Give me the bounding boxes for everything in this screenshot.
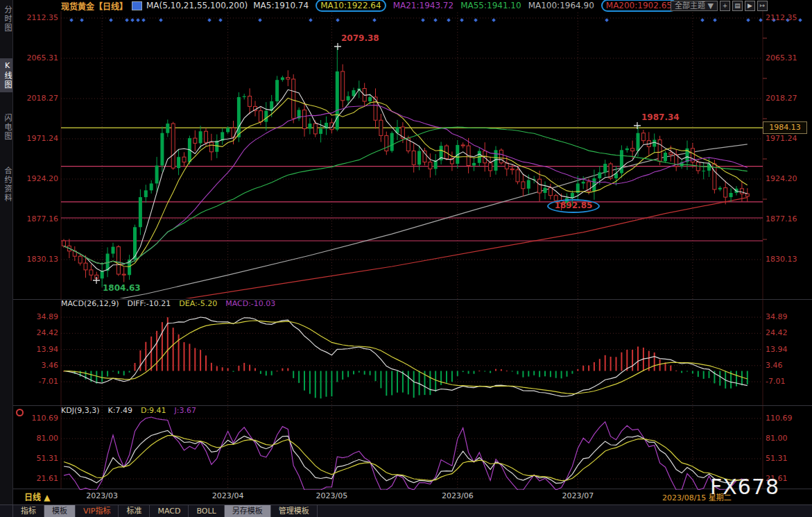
- main-axis-label-left: 1877.16: [15, 214, 58, 223]
- ma-value: MA55:1941.10: [460, 1, 521, 10]
- panel-layout-icon[interactable]: ▤: [732, 1, 743, 11]
- tab-BOLL[interactable]: BOLL: [189, 505, 224, 517]
- tab-VIP指标[interactable]: VIP指标: [76, 505, 119, 517]
- macd-axis-label-left: 24.42: [15, 328, 58, 337]
- time-axis-label: 2023/05: [316, 491, 348, 500]
- tab-模板[interactable]: 模板: [44, 505, 76, 517]
- macd-title: MACD(26,12,9): [61, 299, 119, 308]
- main-axis-label-right: 1971.24: [766, 134, 797, 143]
- price-annotation: 1804.63: [103, 283, 141, 293]
- ma-value: MA10:1922.64: [316, 0, 386, 12]
- exit-icon[interactable]: ↦: [757, 1, 768, 11]
- macd-axis-label-right: 34.89: [766, 312, 788, 321]
- kdj-panel-header: KDJ(9,3,3) K:7.49D:9.41J:3.67: [61, 406, 196, 415]
- main-axis-label-left: 2018.27: [15, 94, 58, 103]
- time-axis-label: 2023/03: [86, 491, 118, 500]
- trading-app: 分时图K线图闪电图合约资料 现货黄金【日线】 MA(5,10,21,55,100…: [0, 0, 812, 517]
- macd-axis-label-left: 34.89: [15, 312, 58, 321]
- main-axis-label-right: 2018.27: [766, 94, 797, 103]
- chart-header: 现货黄金【日线】 MA(5,10,21,55,100,200) MA5:1910…: [12, 0, 812, 11]
- price-alert-tag: 1984.13: [763, 121, 807, 134]
- kdj-axis-label-right: 81.00: [766, 434, 788, 443]
- indicator-value: DEA:-5.20: [179, 299, 217, 308]
- indicator-value: D:9.41: [141, 406, 166, 415]
- indicator-value: K:7.49: [108, 406, 132, 415]
- macd-axis-label-left: 3.46: [15, 361, 58, 370]
- interval-selector[interactable]: 日线 ▲: [24, 491, 50, 502]
- theme-dropdown[interactable]: 全部主题 ▼: [671, 1, 718, 11]
- ma-value: MA5:1910.74: [253, 1, 309, 10]
- ma-value: MA200:1902.65: [601, 0, 677, 12]
- indicator-value: J:3.67: [175, 406, 196, 415]
- price-annotation: 1987.34: [641, 112, 680, 122]
- indicator-value: DIFF:-10.21: [128, 299, 171, 308]
- main-axis-label-left: 2112.35: [15, 13, 58, 22]
- main-axis-label-left: 1830.13: [15, 255, 58, 264]
- chart-type-sidebar: 分时图K线图闪电图合约资料: [0, 0, 13, 517]
- indicator-value: MACD:-10.03: [225, 299, 275, 308]
- main-axis-label-right: 1830.13: [766, 255, 797, 264]
- time-axis-label: 2023/07: [562, 491, 594, 500]
- tab-指标[interactable]: 指标: [12, 505, 44, 517]
- macd-axis-label-left: 13.94: [15, 345, 58, 354]
- fx678-watermark: FX678: [710, 475, 779, 499]
- kdj-axis-label-right: 51.31: [766, 454, 788, 463]
- kdj-axis-label-left: 21.61: [15, 474, 58, 483]
- tool-icons: +▤▶↦: [720, 1, 768, 11]
- macd-axis-label-left: -7.01: [15, 377, 58, 386]
- main-axis-label-left: 2065.31: [15, 53, 58, 62]
- tab-另存模板[interactable]: 另存模板: [225, 505, 271, 517]
- chart-thumbnail-icon: [132, 1, 142, 10]
- macd-panel-header: MACD(26,12,9) DIFF:-10.21DEA:-5.20MACD:-…: [61, 299, 275, 308]
- macd-axis-label-right: -7.01: [766, 377, 785, 386]
- kdj-title: KDJ(9,3,3): [61, 406, 100, 415]
- sidebar-item-闪电图[interactable]: 闪电图: [0, 111, 12, 144]
- time-axis-label: 2023/06: [442, 491, 474, 500]
- macd-axis-label-right: 24.42: [766, 328, 788, 337]
- main-axis-label-right: 2112.35: [766, 13, 797, 22]
- main-axis-label-right: 1877.16: [766, 214, 797, 223]
- sidebar-item-合约资料[interactable]: 合约资料: [0, 164, 12, 205]
- macd-axis-label-right: 13.94: [766, 345, 788, 354]
- header-controls: 全部主题 ▼ +▤▶↦: [671, 1, 768, 11]
- chart-canvas[interactable]: [0, 0, 812, 517]
- sidebar-item-K线图[interactable]: K线图: [0, 58, 12, 92]
- macd-values: DIFF:-10.21DEA:-5.20MACD:-10.03: [128, 299, 276, 308]
- kdj-axis-label-right: 110.69: [766, 414, 793, 423]
- kdj-axis-label-left: 51.31: [15, 454, 58, 463]
- tab-MACD[interactable]: MACD: [150, 505, 189, 517]
- main-axis-label-left: 1971.24: [15, 134, 58, 143]
- pan-icon[interactable]: +: [720, 1, 730, 11]
- sidebar-item-分时图[interactable]: 分时图: [0, 3, 12, 35]
- main-axis-label-right: 1924.20: [766, 174, 797, 183]
- tab-管理模板[interactable]: 管理模板: [271, 505, 318, 517]
- price-annotation: 2079.38: [341, 33, 379, 43]
- symbol-title: 现货黄金【日线】: [61, 0, 128, 12]
- ma-values: MA5:1910.74MA10:1922.64MA21:1943.72MA55:…: [253, 1, 677, 10]
- ma-settings-label: MA(5,10,21,55,100,200): [146, 1, 248, 10]
- ma-value: MA100:1964.90: [528, 1, 594, 10]
- tab-标准[interactable]: 标准: [119, 505, 150, 517]
- kdj-axis-label-left: 81.00: [15, 434, 58, 443]
- price-annotation: 1892.85: [547, 199, 600, 213]
- main-axis-label-right: 2065.31: [766, 53, 797, 62]
- panel-next-icon[interactable]: ▶: [745, 1, 755, 11]
- macd-axis-label-right: 3.46: [766, 361, 783, 370]
- kdj-axis-label-left: 110.69: [15, 414, 58, 423]
- ma-value: MA21:1943.72: [393, 1, 454, 10]
- time-axis-label: 2023/04: [212, 491, 244, 500]
- indicator-tabbar: 指标模板VIP指标标准MACDBOLL另存模板管理模板: [0, 505, 812, 517]
- main-axis-label-left: 1924.20: [15, 174, 58, 183]
- kdj-values: K:7.49D:9.41J:3.67: [108, 406, 197, 415]
